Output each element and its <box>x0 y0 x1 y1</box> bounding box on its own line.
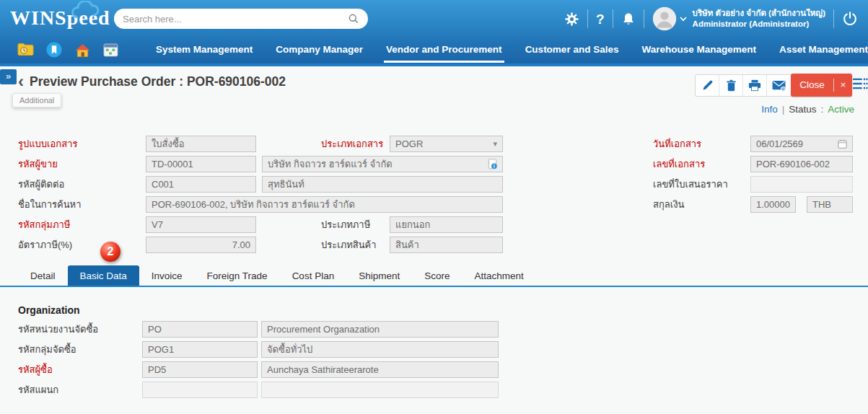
main-nav: System Management Company Manager Vendor… <box>0 36 868 63</box>
settings-gear-icon[interactable] <box>564 12 579 27</box>
top-bar: WINSpeed ? <box>0 0 868 66</box>
doc-date-label: วันที่เอกสาร <box>653 136 701 152</box>
contact-code-field: C001 <box>146 176 256 193</box>
nav-system-management[interactable]: System Management <box>144 36 264 63</box>
org-department-code-field <box>142 382 258 398</box>
close-x-icon[interactable]: × <box>834 74 852 97</box>
tab-shipment[interactable]: Shipment <box>346 265 412 286</box>
avatar <box>652 6 677 31</box>
item-type-label: ประเภทสินค้า <box>321 237 377 253</box>
logout-power-icon[interactable] <box>842 11 858 27</box>
tab-detail[interactable]: Detail <box>18 265 68 286</box>
search-icon[interactable] <box>348 13 359 25</box>
tab-invoice[interactable]: Invoice <box>139 265 195 286</box>
tax-type-label: ประเภทภาษี <box>321 216 370 233</box>
nav-company-manager[interactable]: Company Manager <box>264 36 374 63</box>
vendor-name-field: บริษัท กิจถาวร ฮาร์ดแวร์ จำกัด <box>262 156 503 172</box>
org-purchase-unit-name-field: Procurement Organazation <box>261 321 499 338</box>
status-badge: Active <box>828 104 854 115</box>
quick-icons <box>17 42 118 58</box>
edit-button[interactable] <box>696 75 719 96</box>
print-button[interactable] <box>743 75 767 96</box>
divider <box>587 9 588 28</box>
org-purchase-group-code-field: POG1 <box>142 341 258 358</box>
doc-no-label: เลขที่เอกสาร <box>653 156 705 172</box>
back-icon[interactable]: ‹ <box>18 74 24 89</box>
org-purchase-group-label: รหัสกลุ่มจัดซื้อ <box>18 341 76 358</box>
doc-format-label: รูปแบบเอกสาร <box>18 136 77 152</box>
user-company: บริษัท ตัวอย่าง จำกัด (สำนักงานใหญ่) <box>693 8 825 19</box>
user-info: บริษัท ตัวอย่าง จำกัด (สำนักงานใหญ่) Adm… <box>693 8 825 30</box>
doc-format-field: ใบสั่งซื้อ <box>146 136 256 152</box>
tab-bar: Detail Basic Data Invoice Foreign Trade … <box>0 265 868 287</box>
tab-foreign-trade[interactable]: Foreign Trade <box>195 265 280 286</box>
org-department-label: รหัสแผนก <box>18 382 58 398</box>
calendar-icon[interactable] <box>103 43 118 57</box>
nav-vendor-and-procurement[interactable]: Vendor and Procurement <box>374 36 514 63</box>
additional-tooltip: Additional <box>12 93 61 107</box>
org-row-buyer: รหัสผู้ซื้อ PD5 Aunchaya Sathirateerarot… <box>0 361 868 378</box>
title-bar: ‹ Preview Purchase Order : POR-690106-00… <box>18 74 286 89</box>
org-row-purchase-unit: รหัสหน่วยงานจัดซื้อ PO Procurement Organ… <box>0 321 868 338</box>
doc-type-label: ประเภทเอกสาร <box>321 136 383 152</box>
vendor-info-icon[interactable] <box>488 159 497 169</box>
currency-code-field: THB <box>807 196 853 213</box>
content-area: » ‹ Preview Purchase Order : POR-690106-… <box>0 66 868 414</box>
tax-rate-field: 7.00 <box>146 237 256 253</box>
send-mail-button[interactable] <box>767 75 791 96</box>
nav-warehouse-management[interactable]: Warehouse Management <box>630 36 768 63</box>
vendor-code-field: TD-00001 <box>146 156 256 172</box>
printer-icon <box>748 79 761 92</box>
org-buyer-code-field: PD5 <box>142 361 258 378</box>
divider <box>613 9 613 28</box>
recent-folder-icon[interactable] <box>17 43 34 57</box>
tab-attachment[interactable]: Attachment <box>462 265 535 286</box>
notifications-bell-icon[interactable] <box>621 12 636 27</box>
divider <box>833 9 834 28</box>
tax-rate-label: อัตราภาษี(%) <box>18 237 72 253</box>
expand-panel-button[interactable]: » <box>0 69 17 84</box>
quotation-no-label: เลขที่ใบเสนอราคา <box>653 176 728 193</box>
user-menu[interactable]: บริษัท ตัวอย่าง จำกัด (สำนักงานใหญ่) Adm… <box>652 6 825 31</box>
divider <box>644 9 644 28</box>
search-name-label: ชื่อในการค้นหา <box>18 196 81 213</box>
doc-type-dropdown: POGR ▾ <box>390 136 503 152</box>
org-department-name-field <box>261 382 499 398</box>
org-row-purchase-group: รหัสกลุ่มจัดซื้อ POG1 จัดซื้อทั่วไป <box>0 341 868 358</box>
tax-group-label: รหัสกลุ่มภาษี <box>18 216 70 233</box>
top-right-actions: ? บริษัท ตัวอย่าง จำกัด (สำนักงานใหญ่) A… <box>564 5 858 32</box>
winspeed-app: WINSpeed ? <box>0 0 868 414</box>
nav-asset-management[interactable]: Asset Management <box>768 36 868 63</box>
close-button[interactable]: Close × <box>791 74 852 97</box>
cloud-icon <box>68 1 104 25</box>
org-purchase-unit-code-field: PO <box>142 321 258 338</box>
tab-cost-plan[interactable]: Cost Plan <box>280 265 347 286</box>
status-colon: : <box>820 104 823 115</box>
nav-customer-and-sales[interactable]: Customer and Sales <box>514 36 631 63</box>
close-button-label: Close <box>791 74 833 97</box>
hamburger-menu-icon[interactable] <box>853 77 868 93</box>
bookmark-icon[interactable] <box>46 42 62 58</box>
tab-score[interactable]: Score <box>412 265 462 286</box>
contact-code-label: รหัสผู้ติดต่อ <box>18 176 64 193</box>
tab-basic-data[interactable]: Basic Data <box>68 265 139 286</box>
tax-type-field: แยกนอก <box>390 216 503 233</box>
doc-no-field: POR-690106-002 <box>750 156 853 172</box>
status-line: Info | Status : Active <box>761 104 854 115</box>
currency-label: สกุลเงิน <box>653 196 684 213</box>
org-buyer-label: รหัสผู้ซื้อ <box>18 361 53 378</box>
info-link[interactable]: Info <box>761 104 778 115</box>
nav-items: System Management Company Manager Vendor… <box>144 36 868 63</box>
delete-button[interactable] <box>719 75 743 96</box>
status-separator: | <box>782 104 785 115</box>
org-buyer-name-field: Aunchaya Sathirateerarote <box>261 361 499 378</box>
pencil-icon <box>701 79 714 92</box>
home-icon[interactable] <box>74 43 91 58</box>
contact-name-field: สุทธินันท์ <box>262 176 503 193</box>
quotation-no-field <box>750 176 853 193</box>
logo[interactable]: WINSpeed <box>10 6 110 30</box>
status-label: Status <box>789 104 816 115</box>
search-input[interactable] <box>123 14 348 25</box>
help-icon[interactable]: ? <box>596 12 605 26</box>
org-purchase-unit-label: รหัสหน่วยงานจัดซื้อ <box>18 321 98 338</box>
